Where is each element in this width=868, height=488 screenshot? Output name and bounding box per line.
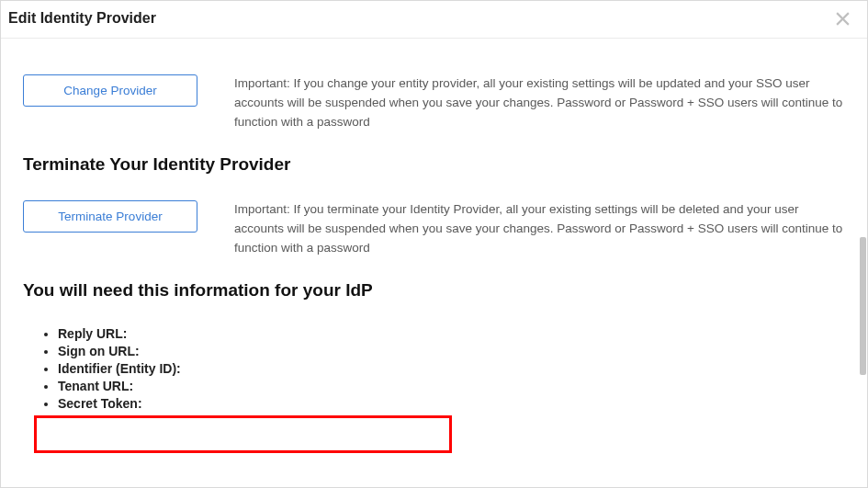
close-icon[interactable] — [829, 11, 856, 27]
change-provider-row: Change Provider Important: If you change… — [23, 74, 845, 132]
terminate-provider-description: Important: If you terminate your Identit… — [234, 200, 845, 258]
list-item: Reply URL: — [58, 326, 845, 341]
terminate-heading: Terminate Your Identity Provider — [23, 154, 845, 175]
list-item: Secret Token: — [58, 396, 845, 411]
list-item: Tenant URL: — [58, 379, 845, 393]
list-item: Identifier (Entity ID): — [58, 361, 845, 376]
edit-identity-provider-dialog: Edit Identity Provider Change Provider I… — [0, 0, 868, 488]
idp-info-list: Reply URL: Sign on URL: Identifier (Enti… — [41, 326, 845, 411]
dialog-title: Edit Identity Provider — [8, 10, 156, 27]
x-icon — [835, 11, 851, 27]
vertical-scrollbar[interactable] — [859, 41, 866, 485]
list-item: Sign on URL: — [58, 344, 845, 358]
terminate-provider-button[interactable]: Terminate Provider — [23, 200, 197, 233]
terminate-provider-row: Terminate Provider Important: If you ter… — [23, 200, 845, 258]
change-provider-description: Important: If you change your entity pro… — [234, 74, 845, 132]
info-heading: You will need this information for your … — [23, 280, 845, 301]
dialog-header: Edit Identity Provider — [1, 1, 867, 39]
dialog-body: Change Provider Important: If you change… — [3, 41, 865, 485]
scrollbar-thumb[interactable] — [860, 237, 866, 375]
change-provider-button[interactable]: Change Provider — [23, 74, 197, 107]
